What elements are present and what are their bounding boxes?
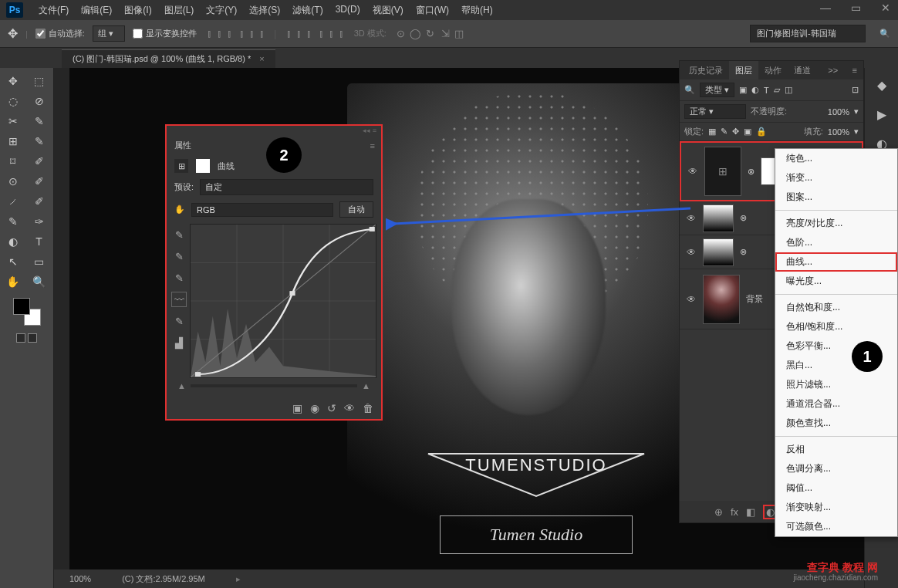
opacity-value[interactable]: 100%: [828, 107, 849, 117]
eyedropper-black-icon[interactable]: ✎: [171, 227, 187, 242]
input-slider[interactable]: ▲▲: [167, 378, 381, 394]
adjustment-menu-item[interactable]: 色相/饱和度...: [775, 317, 897, 336]
adjustment-menu-item[interactable]: 渐变映射...: [775, 498, 897, 517]
tool-button[interactable]: ✎: [3, 213, 23, 230]
edit-points-icon[interactable]: 〰: [171, 292, 187, 307]
filter-image-icon[interactable]: ▣: [739, 85, 747, 95]
tabs-overflow-icon[interactable]: >>: [825, 66, 841, 75]
menu-item[interactable]: 图像(I): [120, 4, 156, 17]
tool-button[interactable]: ⊘: [29, 93, 49, 110]
toggle-visibility-icon[interactable]: 👁: [344, 402, 355, 414]
adjustment-menu-item[interactable]: 颜色查找...: [775, 414, 897, 433]
eyedropper-gray-icon[interactable]: ✎: [171, 248, 187, 264]
adjustment-menu-item[interactable]: 照片滤镜...: [775, 375, 897, 394]
layers-footer-icon[interactable]: fx: [731, 506, 738, 518]
dist-icon[interactable]: ⫿: [306, 28, 312, 39]
tool-button[interactable]: 🔍: [29, 273, 49, 290]
menu-item[interactable]: 编辑(E): [76, 4, 116, 17]
adjustment-menu-item[interactable]: 色阶...: [775, 233, 897, 252]
menu-item[interactable]: 3D(D): [331, 4, 365, 17]
adjustment-menu-item[interactable]: 图案...: [775, 188, 897, 207]
visibility-icon[interactable]: 👁: [687, 166, 698, 177]
tool-button[interactable]: T: [29, 233, 49, 250]
channel-select[interactable]: RGB: [191, 203, 333, 217]
search-icon[interactable]: 🔍: [879, 29, 890, 39]
align-icon[interactable]: ⫿: [249, 28, 255, 39]
tool-button[interactable]: ⊞: [3, 133, 23, 150]
align-icon[interactable]: ⫿: [259, 28, 265, 39]
panel-tab[interactable]: 图层: [729, 61, 758, 79]
panel-menu-icon[interactable]: ≡: [370, 141, 373, 150]
dist-icon[interactable]: ⫿: [319, 28, 324, 39]
menu-item[interactable]: 滤镜(T): [288, 4, 327, 17]
curves-graph[interactable]: [190, 224, 376, 378]
filter-kind-select[interactable]: 类型 ▾: [700, 83, 734, 97]
tool-button[interactable]: ✐: [29, 173, 49, 190]
adjustment-menu-item[interactable]: 渐变...: [775, 168, 897, 188]
visibility-icon[interactable]: 👁: [686, 247, 697, 258]
workspace-select[interactable]: 图门修图培训-韩国瑞: [750, 25, 866, 42]
filter-toggle[interactable]: ⊡: [852, 85, 859, 95]
histogram-icon[interactable]: ▟: [171, 335, 187, 350]
layers-footer-icon[interactable]: ◧: [746, 506, 755, 518]
tool-button[interactable]: ✥: [3, 73, 23, 90]
delete-icon[interactable]: 🗑: [363, 402, 373, 414]
tool-button[interactable]: ✎: [29, 133, 49, 150]
filter-text-icon[interactable]: T: [764, 86, 769, 95]
tool-button[interactable]: ▭: [29, 253, 49, 270]
chevron-right-icon[interactable]: ▸: [236, 574, 241, 584]
menu-item[interactable]: 选择(S): [245, 4, 285, 17]
dist-icon[interactable]: ⫿: [286, 28, 292, 39]
adjustment-menu-item[interactable]: 阈值...: [775, 478, 897, 498]
draw-curve-icon[interactable]: ✎: [171, 313, 187, 329]
minimize-button[interactable]: —: [817, 0, 834, 15]
document-tab[interactable]: (C) 图门-韩国瑞.psd @ 100% (曲线 1, RGB/8) * ×: [62, 49, 275, 68]
tool-button[interactable]: ⌑: [3, 153, 23, 170]
adjustment-menu-item[interactable]: 曝光度...: [775, 272, 897, 291]
tool-button[interactable]: ⟋: [3, 193, 23, 210]
eyedropper-white-icon[interactable]: ✎: [171, 270, 187, 286]
align-icon[interactable]: ⫿: [207, 28, 212, 39]
menu-item[interactable]: 文字(Y): [201, 4, 241, 17]
dist-icon[interactable]: ⫿: [329, 28, 334, 39]
panel-menu-icon[interactable]: ≡: [849, 66, 860, 75]
tool-button[interactable]: ◐: [3, 233, 23, 250]
icon3d[interactable]: ⊙: [397, 28, 405, 39]
menu-item[interactable]: 文件(F): [34, 4, 73, 17]
dist-icon[interactable]: ⫿: [296, 28, 302, 39]
panel-tab[interactable]: 通道: [788, 61, 817, 79]
tool-button[interactable]: ✐: [29, 153, 49, 170]
align-icon[interactable]: ⫿: [217, 28, 222, 39]
adjustment-menu-item[interactable]: 反相: [775, 440, 897, 459]
mask-icon[interactable]: [196, 159, 210, 173]
adjustment-menu-item[interactable]: 自然饱和度...: [775, 298, 897, 317]
layer-mask-thumb[interactable]: [761, 157, 776, 185]
chevron-down-icon[interactable]: ▾: [854, 127, 859, 137]
filter-shape-icon[interactable]: ▱: [774, 85, 780, 95]
dist-icon[interactable]: ⫿: [339, 28, 344, 39]
filter-adj-icon[interactable]: ◐: [751, 85, 759, 95]
tool-button[interactable]: ✐: [29, 193, 49, 210]
play-icon[interactable]: ▶: [873, 105, 891, 123]
auto-button[interactable]: 自动: [339, 201, 373, 218]
group-select[interactable]: 组 ▾: [93, 25, 125, 42]
adjustment-menu-item[interactable]: 可选颜色...: [775, 517, 897, 536]
icon3d[interactable]: ⇲: [441, 28, 450, 39]
tool-button[interactable]: ✎: [29, 113, 49, 130]
lock-artboard-icon[interactable]: ▣: [744, 127, 751, 137]
align-icon[interactable]: ⫿: [239, 28, 245, 39]
menu-item[interactable]: 图层(L): [160, 4, 199, 17]
show-transform-checkbox[interactable]: 显示变换控件: [133, 28, 197, 39]
zoom-level[interactable]: 100%: [69, 574, 91, 583]
hand-icon[interactable]: ✋: [174, 204, 185, 215]
adjustment-menu-item[interactable]: 曲线...: [775, 252, 897, 272]
auto-select-checkbox[interactable]: 自动选择:: [35, 28, 85, 39]
tool-button[interactable]: ↖: [3, 253, 23, 270]
tool-button[interactable]: ⊙: [3, 173, 23, 190]
tool-button[interactable]: ⬚: [29, 73, 49, 90]
chevron-down-icon[interactable]: ▾: [854, 106, 859, 117]
lock-all-icon[interactable]: 🔒: [756, 127, 767, 137]
visibility-icon[interactable]: 👁: [686, 294, 697, 305]
menu-item[interactable]: 视图(V): [368, 4, 408, 17]
panel-tab[interactable]: 历史记录: [683, 61, 729, 79]
